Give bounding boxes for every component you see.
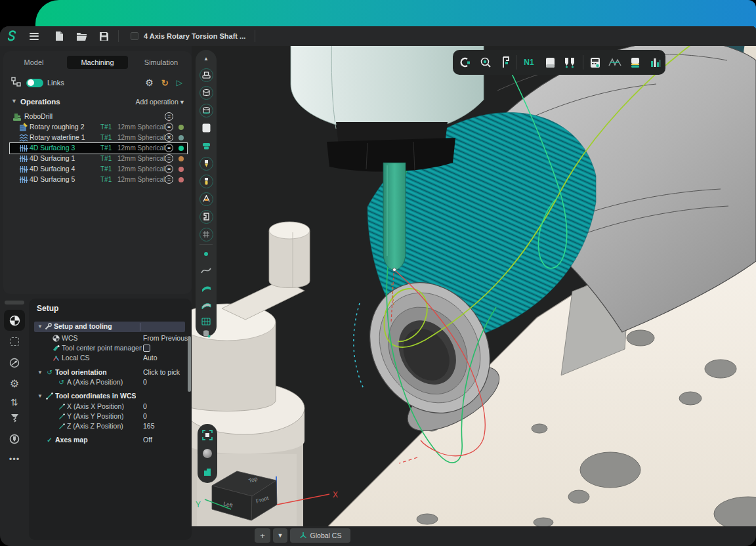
local-cs-row[interactable]: Local CS Auto	[29, 353, 192, 364]
gear-icon[interactable]: ⚙	[145, 78, 154, 87]
status-calculated-icon[interactable]: =	[165, 165, 173, 173]
stock-visibility-button[interactable]	[199, 103, 213, 117]
calculator-icon	[590, 57, 600, 68]
axis-z-value[interactable]: 165	[143, 422, 155, 430]
probe-measure-button[interactable]	[479, 56, 492, 69]
chevron-down-icon[interactable]: ▼	[37, 393, 43, 399]
caliper-button[interactable]	[499, 56, 512, 69]
tool-shank-visibility-button[interactable]	[199, 174, 213, 188]
toolpath-analysis-button[interactable]	[608, 56, 621, 69]
operation-row-selected[interactable]: 4D Surfacing 3 T#1 12mm Spherical =	[10, 143, 187, 154]
calculator-button[interactable]	[589, 56, 602, 69]
cylinder-visibility-button[interactable]	[199, 326, 213, 341]
fixture-visibility-button[interactable]	[199, 192, 213, 206]
stock-teal-visibility-button[interactable]	[199, 138, 213, 153]
status-excluded-icon[interactable]: ✕	[165, 133, 173, 142]
chevron-down-icon[interactable]: ▼	[11, 98, 17, 104]
more-button[interactable]: •••	[4, 448, 25, 469]
add-cs-button[interactable]: +	[255, 528, 270, 543]
points-visibility-button[interactable]	[199, 247, 213, 261]
setup-title: Setup	[37, 304, 58, 313]
tab-model[interactable]: Model	[3, 58, 64, 66]
tool-orientation-value[interactable]: Click to pick	[143, 368, 180, 376]
machine-visibility-button[interactable]	[199, 68, 213, 82]
curves-visibility-button[interactable]	[199, 263, 213, 278]
tool-pair-button[interactable]	[563, 56, 576, 69]
document-checkbox[interactable]	[131, 32, 138, 40]
chevron-down-icon[interactable]: ▼	[37, 369, 43, 375]
status-calculated-icon[interactable]: =	[165, 112, 173, 121]
add-operation-button[interactable]: Add operation ▾	[135, 98, 184, 106]
orbit-view-button[interactable]	[200, 446, 215, 461]
axis-x-row[interactable]: X (Axis X Position) 0	[29, 402, 192, 412]
tab-simulation[interactable]: Simulation	[131, 58, 192, 66]
wcs-row[interactable]: WCS From Previous	[29, 333, 192, 344]
status-calculated-icon[interactable]: =	[165, 175, 173, 184]
axis-a-value[interactable]: 0	[143, 378, 147, 386]
operation-row-robodrill[interactable]: RoboDrill =	[3, 112, 192, 122]
collapse-toolbar-button[interactable]: ▲	[199, 51, 213, 66]
statistics-button[interactable]	[649, 56, 662, 69]
selection-box-button[interactable]	[4, 331, 25, 352]
wcs-value[interactable]: From Previous	[143, 334, 188, 342]
tcp-checkbox[interactable]	[143, 345, 150, 352]
global-cs-button[interactable]: Global CS	[290, 528, 350, 543]
setup-and-tooling-section[interactable]: ▼ Setup and tooling	[29, 322, 192, 332]
status-calculated-icon[interactable]: =	[165, 144, 173, 152]
status-calculated-icon[interactable]: =	[165, 123, 173, 131]
workpiece-visibility-button[interactable]	[199, 85, 213, 100]
operation-row[interactable]: Rotary waterline 1 T#1 12mm Spherical ✕	[3, 133, 192, 143]
mesh-visibility-button[interactable]	[199, 227, 213, 242]
cs-dropdown-button[interactable]: ▼	[273, 528, 287, 543]
nc-program-button[interactable]: N1	[522, 56, 536, 69]
faces-visibility-button[interactable]	[199, 297, 213, 312]
viewport-toolbar: N1	[453, 50, 665, 75]
links-toggle[interactable]	[26, 79, 43, 87]
result-visibility-button[interactable]	[199, 121, 213, 135]
axis-a-row[interactable]: ↺ A (Axis A Position) 0	[29, 377, 192, 388]
app-logo	[5, 30, 18, 43]
tool-icon	[203, 159, 210, 168]
setup-scrollbar[interactable]	[188, 336, 191, 392]
axis-z-row[interactable]: Z (Axis Z Position) 165	[29, 421, 192, 432]
axis-y-row[interactable]: Y (Axis Y Position) 0	[29, 411, 192, 422]
tool-holder-button[interactable]	[4, 429, 25, 450]
settings-button[interactable]: ⚙	[4, 373, 25, 394]
chevron-down-icon[interactable]: ▼	[37, 324, 43, 329]
axis-x-value[interactable]: 0	[143, 402, 147, 410]
operation-row[interactable]: 4D Surfacing 1 T#1 12mm Spherical =	[3, 154, 192, 164]
status-dot	[178, 167, 184, 172]
compass-button[interactable]	[4, 352, 25, 373]
caliper-icon	[500, 56, 511, 68]
main-menu-button[interactable]	[28, 30, 41, 43]
stock-box-button[interactable]	[543, 56, 556, 69]
save-button[interactable]	[97, 30, 110, 43]
axis-y-value[interactable]: 0	[143, 412, 147, 420]
new-file-button[interactable]	[52, 30, 66, 43]
iso-view-button[interactable]	[200, 465, 215, 479]
run-simulation-icon[interactable]: ▷	[177, 79, 182, 87]
surfaces-visibility-button[interactable]	[199, 280, 213, 295]
recalculate-icon[interactable]: ↻	[161, 79, 169, 87]
drill-button[interactable]	[4, 408, 25, 429]
open-file-button[interactable]	[75, 30, 88, 43]
operation-row[interactable]: 4D Surfacing 5 T#1 12mm Spherical =	[3, 175, 192, 185]
tab-machining[interactable]: Machining	[67, 56, 128, 69]
tcp-row[interactable]: Tool center point management	[29, 343, 192, 354]
operation-row[interactable]: Rotary roughing 2 T#1 12mm Spherical =	[3, 122, 192, 133]
tool-visibility-button[interactable]	[199, 156, 213, 171]
local-cs-value[interactable]: Auto	[143, 354, 158, 362]
clamp-visibility-button[interactable]	[199, 209, 213, 224]
tool-coordinates-section[interactable]: ▼ Tool coordinates in WCS	[29, 391, 192, 402]
operation-row[interactable]: 4D Surfacing 4 T#1 12mm Spherical =	[3, 164, 192, 175]
tool-orientation-section[interactable]: ▼ ↺ Tool orientation Click to pick	[29, 368, 192, 378]
status-calculated-icon[interactable]: =	[165, 154, 173, 163]
stock-layers-button[interactable]	[629, 56, 642, 69]
zoom-fit-button[interactable]	[200, 428, 215, 442]
coordinate-line-icon	[58, 403, 65, 410]
rail-drag-handle[interactable]	[5, 301, 24, 304]
setup-wcs-button[interactable]	[4, 310, 25, 331]
axes-map-row[interactable]: ✓ Axes map Off	[29, 435, 192, 446]
axes-map-value[interactable]: Off	[143, 436, 152, 444]
magnet-snap-button[interactable]	[458, 56, 471, 69]
